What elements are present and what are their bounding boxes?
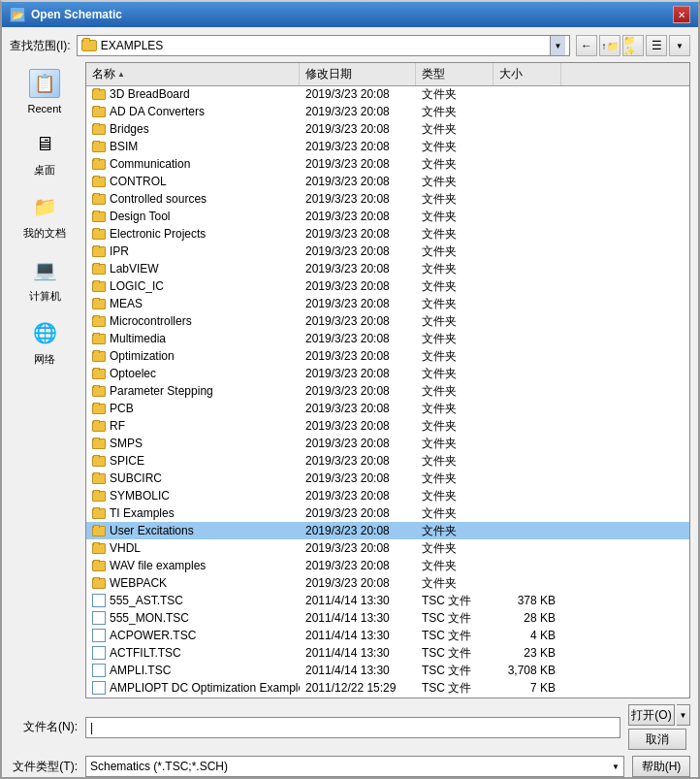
back-button[interactable]: ← xyxy=(576,35,597,56)
file-date: 2019/3/23 20:08 xyxy=(300,558,416,573)
file-name-cell: Communication xyxy=(86,156,300,172)
sidebar-item-mydocs[interactable]: 我的文档 xyxy=(10,185,80,244)
table-row[interactable]: CONTROL2019/3/23 20:08文件夹 xyxy=(86,173,689,190)
filetype-combo[interactable]: Schematics (*.TSC;*.SCH) ▼ xyxy=(85,756,624,777)
file-date: 2019/3/23 20:08 xyxy=(300,86,416,102)
sidebar-item-computer[interactable]: 计算机 xyxy=(10,248,80,308)
file-type: TSC 文件 xyxy=(416,662,493,680)
table-row[interactable]: Optimization2019/3/23 20:08文件夹 xyxy=(86,347,689,365)
table-row[interactable]: SPICE2019/3/23 20:08文件夹 xyxy=(86,452,689,470)
up-button[interactable]: ↑📁 xyxy=(599,35,620,56)
path-combo[interactable]: EXAMPLES ▼ xyxy=(77,35,570,56)
help-button[interactable]: 帮助(H) xyxy=(632,756,690,777)
cancel-button[interactable]: 取消 xyxy=(628,729,686,750)
table-row[interactable]: ACTFILT.TSC2011/4/14 13:30TSC 文件23 KB xyxy=(86,644,689,662)
folder-icon xyxy=(92,246,106,257)
folder-icon xyxy=(92,299,106,309)
filetype-arrow-icon: ▼ xyxy=(612,763,620,771)
table-row[interactable]: 555_MON.TSC2011/4/14 13:30TSC 文件28 KB xyxy=(86,609,689,627)
file-name: VHDL xyxy=(110,541,141,555)
title-bar-left: 📂 Open Schematic xyxy=(10,7,122,22)
table-row[interactable]: Optoelec2019/3/23 20:08文件夹 xyxy=(86,365,689,382)
file-name-cell: TI Examples xyxy=(86,505,300,521)
table-row[interactable]: Multimedia2019/3/23 20:08文件夹 xyxy=(86,330,689,347)
file-name-cell: CONTROL xyxy=(86,174,300,189)
file-name-cell: Multimedia xyxy=(86,331,300,346)
table-row[interactable]: MEAS2019/3/23 20:08文件夹 xyxy=(86,295,689,312)
file-date: 2019/3/23 20:08 xyxy=(300,331,416,346)
file-panel: 名称 ▲ 修改日期 类型 大小 3D BreadBoard2019/3/23 2… xyxy=(85,62,690,698)
file-size xyxy=(493,93,561,95)
table-row[interactable]: RF2019/3/23 20:08文件夹 xyxy=(86,417,689,435)
file-type: 文件夹 xyxy=(416,208,493,226)
computer-label: 计算机 xyxy=(29,289,61,304)
close-button[interactable]: ✕ xyxy=(673,6,690,23)
file-name-cell: MEAS xyxy=(86,296,300,311)
table-row[interactable]: AMPLIOPT DC Optimization Example.TSC2011… xyxy=(86,679,689,697)
open-button[interactable]: 打开(O) xyxy=(628,704,675,726)
table-row[interactable]: VHDL2019/3/23 20:08文件夹 xyxy=(86,539,689,557)
open-dropdown-button[interactable]: ▼ xyxy=(677,704,690,726)
folder-icon xyxy=(92,142,106,152)
file-date: 2019/3/23 20:08 xyxy=(300,540,416,556)
tsc-file-icon xyxy=(92,646,106,660)
file-name: ACPOWER.TSC xyxy=(110,629,196,642)
filename-input[interactable] xyxy=(85,717,620,738)
table-row[interactable]: SYMBOLIC2019/3/23 20:08文件夹 xyxy=(86,487,689,504)
sidebar-item-desktop[interactable]: 桌面 xyxy=(10,122,80,181)
file-name: User Excitations xyxy=(110,524,194,537)
table-row[interactable]: AMPLI.TSC2011/4/14 13:30TSC 文件3,708 KB xyxy=(86,662,689,679)
file-type: TSC 文件 xyxy=(416,644,493,663)
table-row[interactable]: User Excitations2019/3/23 20:08文件夹 xyxy=(86,522,689,539)
table-row[interactable]: Parameter Stepping2019/3/23 20:08文件夹 xyxy=(86,382,689,400)
file-size xyxy=(493,460,561,462)
desktop-folder-icon xyxy=(29,129,60,158)
table-row[interactable]: Controlled sources2019/3/23 20:08文件夹 xyxy=(86,190,689,208)
file-name: ACTFILT.TSC xyxy=(110,646,181,660)
view-arrow-button[interactable]: ▼ xyxy=(669,35,690,56)
table-row[interactable]: LabVIEW2019/3/23 20:08文件夹 xyxy=(86,260,689,277)
folder-icon xyxy=(92,281,106,292)
file-size xyxy=(493,163,561,165)
table-row[interactable]: Electronic Projects2019/3/23 20:08文件夹 xyxy=(86,225,689,243)
table-row[interactable]: TI Examples2019/3/23 20:08文件夹 xyxy=(86,504,689,522)
view-dropdown-icon: ▼ xyxy=(676,42,684,50)
header-name[interactable]: 名称 ▲ xyxy=(86,63,300,85)
table-row[interactable]: 555_AST.TSC2011/4/14 13:30TSC 文件378 KB xyxy=(86,592,689,609)
file-date: 2019/3/23 20:08 xyxy=(300,471,416,486)
table-row[interactable]: Design Tool2019/3/23 20:08文件夹 xyxy=(86,208,689,225)
table-row[interactable]: WEBPACK2019/3/23 20:08文件夹 xyxy=(86,574,689,592)
table-row[interactable]: BSIM2019/3/23 20:08文件夹 xyxy=(86,138,689,155)
header-date[interactable]: 修改日期 xyxy=(300,63,416,85)
view-button[interactable]: ☰ xyxy=(646,35,667,56)
file-type: 文件夹 xyxy=(416,120,493,139)
table-row[interactable]: WAV file examples2019/3/23 20:08文件夹 xyxy=(86,557,689,574)
file-name-cell: AD DA Converters xyxy=(86,104,300,119)
new-folder-button[interactable]: 📁✨ xyxy=(622,35,644,56)
header-type[interactable]: 类型 xyxy=(416,63,493,85)
sidebar-item-recent[interactable]: Recent xyxy=(10,62,80,118)
table-row[interactable]: ACPOWER.TSC2011/4/14 13:30TSC 文件4 KB xyxy=(86,627,689,644)
table-row[interactable]: LOGIC_IC2019/3/23 20:08文件夹 xyxy=(86,277,689,295)
file-name: PCB xyxy=(110,402,134,415)
file-type: 文件夹 xyxy=(416,103,493,121)
table-row[interactable]: SMPS2019/3/23 20:08文件夹 xyxy=(86,435,689,452)
file-date: 2019/3/23 20:08 xyxy=(300,174,416,189)
title-controls: ✕ xyxy=(673,6,690,23)
combo-arrow-icon[interactable]: ▼ xyxy=(550,36,565,55)
sidebar-item-network[interactable]: 网络 xyxy=(10,311,80,371)
folder-icon xyxy=(92,526,106,536)
table-row[interactable]: IPR2019/3/23 20:08文件夹 xyxy=(86,243,689,260)
file-date: 2019/3/23 20:08 xyxy=(300,243,416,259)
file-type: 文件夹 xyxy=(416,382,493,401)
header-size[interactable]: 大小 xyxy=(493,63,561,85)
folder-icon xyxy=(92,159,106,170)
table-row[interactable]: SUBCIRC2019/3/23 20:08文件夹 xyxy=(86,470,689,487)
table-row[interactable]: Communication2019/3/23 20:08文件夹 xyxy=(86,155,689,173)
table-row[interactable]: AD DA Converters2019/3/23 20:08文件夹 xyxy=(86,103,689,120)
table-row[interactable]: Bridges2019/3/23 20:08文件夹 xyxy=(86,120,689,138)
table-row[interactable]: Microcontrollers2019/3/23 20:08文件夹 xyxy=(86,312,689,330)
tsc-file-icon xyxy=(92,681,106,695)
table-row[interactable]: PCB2019/3/23 20:08文件夹 xyxy=(86,400,689,417)
table-row[interactable]: 3D BreadBoard2019/3/23 20:08文件夹 xyxy=(86,86,689,103)
